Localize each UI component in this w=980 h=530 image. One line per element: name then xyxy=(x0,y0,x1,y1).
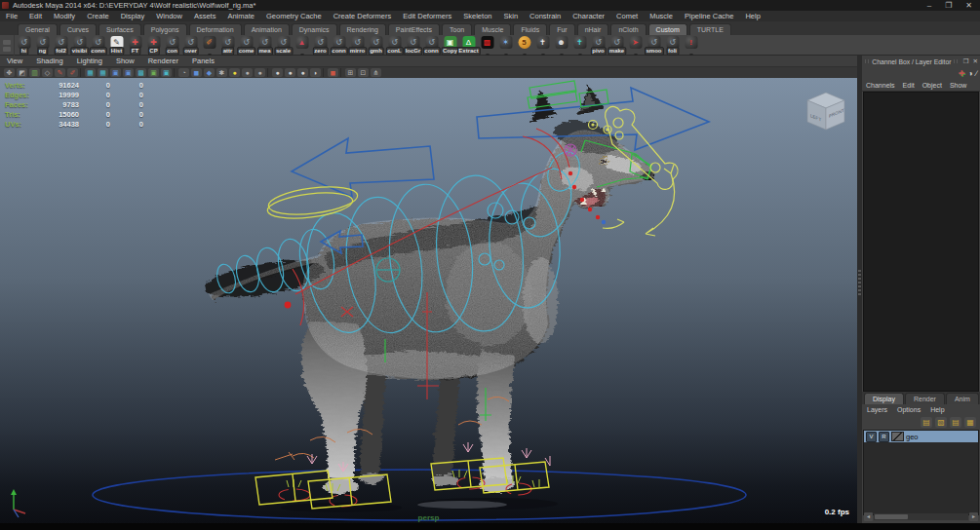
viewport-tool-icon[interactable]: ◩ xyxy=(17,68,27,77)
layer-op-icon[interactable]: ▧ xyxy=(935,417,947,428)
layer-render-toggle[interactable]: R xyxy=(879,432,889,442)
panel-menu-item[interactable]: Shading xyxy=(29,56,70,66)
shelf-tool-button[interactable]: ▲ xyxy=(293,35,311,56)
menu-item[interactable]: Window xyxy=(150,11,188,21)
shelf-tool-button[interactable]: ! xyxy=(682,35,700,56)
channel-box-menu-item[interactable]: Channels xyxy=(862,82,899,89)
shelf-tab[interactable]: Surfaces xyxy=(98,23,141,35)
menu-item[interactable]: Modify xyxy=(48,11,81,21)
shelf-tool-button[interactable]: ↺ con xyxy=(163,35,181,56)
viewport-tool-icon[interactable] xyxy=(267,68,270,77)
viewport-tool-icon[interactable]: ● xyxy=(285,68,295,77)
shelf-tab[interactable]: Fur xyxy=(549,23,575,35)
menu-item[interactable]: Assets xyxy=(188,11,222,21)
menu-item[interactable]: Display xyxy=(115,11,151,21)
scroll-track[interactable] xyxy=(874,513,968,520)
viewport-tool-icon[interactable]: ◆ xyxy=(204,68,215,77)
shelf-tool-button[interactable]: ↺ smoo xyxy=(645,35,663,56)
shelf-tool-button[interactable]: ↺ hi xyxy=(15,35,33,56)
close-panel-icon[interactable]: ✕ xyxy=(971,57,980,65)
shelf-tool-button[interactable]: ↺ make xyxy=(608,35,626,56)
shelf-tool-button[interactable]: ✝ xyxy=(533,35,552,56)
layer-op-icon[interactable]: ▤ xyxy=(921,417,932,428)
menu-item[interactable]: Help xyxy=(739,11,765,21)
shelf-tool-button[interactable]: ☻ xyxy=(552,35,570,56)
close-button[interactable]: ✕ xyxy=(965,1,972,11)
shelf-tool-button[interactable]: ➤ xyxy=(626,35,645,56)
restore-button[interactable]: ❐ xyxy=(945,1,952,11)
shelf-tool-button[interactable]: ↺ attr xyxy=(218,35,237,56)
shelf-tool-button[interactable]: ↺ locGr xyxy=(404,35,422,56)
menu-item[interactable]: Pipeline Cache xyxy=(679,11,739,21)
menu-item[interactable]: Create xyxy=(81,11,115,21)
menu-item[interactable]: Constrain xyxy=(524,11,567,21)
menu-item[interactable]: Edit Deformers xyxy=(397,11,457,21)
channel-box-tool-icon[interactable]: ◑ xyxy=(968,68,973,79)
viewport-tool-icon[interactable]: ▦ xyxy=(85,68,96,77)
layer-visibility-toggle[interactable]: V xyxy=(866,432,877,442)
title-bar[interactable]: Autodesk Maya 2014 x64: D:\EVERYDAY 4\Wo… xyxy=(0,0,980,11)
viewport-tool-icon[interactable]: ⊞ xyxy=(345,68,356,77)
shelf-tool-button[interactable]: ↺ fol2 xyxy=(52,35,70,56)
viewport-tool-icon[interactable]: ⋔ xyxy=(371,68,381,77)
viewport-tool-icon[interactable]: ◗ xyxy=(310,68,321,77)
channel-box-menu-item[interactable]: Object xyxy=(919,82,946,89)
viewport-tool-icon[interactable] xyxy=(80,68,83,77)
shelf-tool-button[interactable]: ↺ mirro xyxy=(348,35,367,56)
menu-item[interactable]: Animate xyxy=(221,11,260,21)
shelf-tab[interactable]: TURTLE xyxy=(689,23,731,35)
shelf-tool-button[interactable]: ↺ conn xyxy=(422,35,441,56)
shelf-tool-button[interactable]: 5 xyxy=(515,35,533,56)
layer-editor-tab[interactable]: Display xyxy=(864,393,904,404)
shelf-tool-button[interactable]: Δ Extract xyxy=(459,35,478,56)
panel-menu-item[interactable]: View xyxy=(0,56,29,66)
viewport-tool-icon[interactable] xyxy=(323,68,326,77)
layer-list[interactable]: V R geo xyxy=(863,430,979,515)
shelf-tab[interactable]: Toon xyxy=(442,23,472,35)
viewport-tool-icon[interactable]: ▣ xyxy=(110,68,121,77)
shelf-tool-button[interactable]: ✝ xyxy=(570,35,589,56)
shelf-tool-button[interactable]: ↺ conn xyxy=(89,35,107,56)
layer-editor-menu-item[interactable]: Help xyxy=(925,406,949,413)
menu-item[interactable]: Edit xyxy=(23,11,48,21)
drag-handle[interactable] xyxy=(865,59,869,63)
shelf-tab[interactable]: Rendering xyxy=(339,23,386,35)
viewport-tool-icon[interactable]: ✎ xyxy=(55,68,65,77)
panel-menu-item[interactable]: Panels xyxy=(185,56,221,66)
shelf-tool-button[interactable]: ↺ over xyxy=(181,35,200,56)
viewport-tool-icon[interactable]: ✥ xyxy=(4,68,15,77)
viewport-tool-icon[interactable]: ● xyxy=(255,68,265,77)
viewport-tool-icon[interactable] xyxy=(174,68,176,77)
scroll-right-button[interactable]: ▸ xyxy=(969,512,978,521)
viewport-canvas[interactable] xyxy=(0,78,857,523)
shelf-tab[interactable]: Polygons xyxy=(143,23,187,35)
shelf-tab[interactable]: Animation xyxy=(244,23,290,35)
shelf-tab[interactable]: General xyxy=(18,23,58,35)
panel-menu-item[interactable]: Show xyxy=(109,56,141,66)
layer-editor-menu-item[interactable]: Options xyxy=(892,406,925,413)
shelf-tool-button[interactable]: ✎ Hist xyxy=(107,35,126,56)
viewport-tool-icon[interactable]: ▣ xyxy=(123,68,134,77)
viewport-tool-icon[interactable]: ● xyxy=(297,68,308,77)
shelf-tool-button[interactable]: ↺ conn xyxy=(330,35,348,56)
viewport-tool-icon[interactable]: ⊡ xyxy=(358,68,369,77)
viewport-tool-icon[interactable]: ▣ xyxy=(148,68,159,77)
viewport-tool-icon[interactable]: ◼ xyxy=(191,68,202,77)
shelf-tool-button[interactable]: ↺ scale xyxy=(274,35,293,56)
shelf-tool-button[interactable]: ↺ visibi xyxy=(70,35,89,56)
channel-list-empty[interactable] xyxy=(863,92,979,392)
menu-item[interactable]: Comet xyxy=(610,11,644,21)
float-panel-icon[interactable]: ❐ xyxy=(961,57,971,65)
menu-item[interactable]: Muscle xyxy=(644,11,679,21)
shelf-tab[interactable]: Curves xyxy=(59,23,97,35)
viewport-tool-icon[interactable]: ● xyxy=(242,68,253,77)
menu-item[interactable]: Geometry Cache xyxy=(260,11,328,21)
shelf-tool-button[interactable]: ↺ come xyxy=(237,35,255,56)
shelf-tab[interactable]: PaintEffects xyxy=(388,23,440,35)
layer-hscrollbar[interactable]: ◂ ▸ xyxy=(864,512,978,521)
menu-item[interactable]: Skeleton xyxy=(457,11,497,21)
shelf-tool-button[interactable]: ✐ xyxy=(200,35,218,56)
shelf-selector-widget[interactable] xyxy=(0,35,15,56)
view-cube[interactable]: LEFT FRONT xyxy=(803,88,849,132)
channel-box-menu-item[interactable]: Show xyxy=(946,82,971,89)
